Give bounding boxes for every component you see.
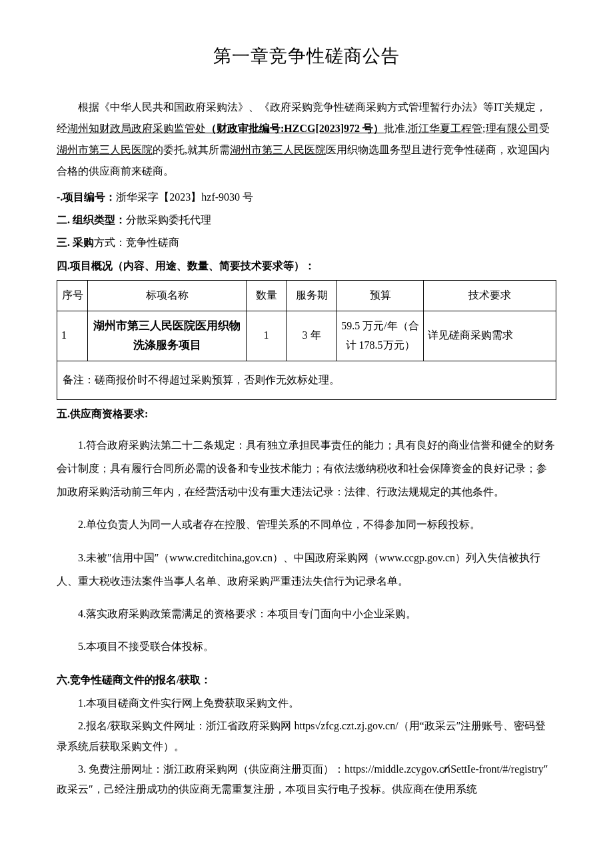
td-note: 备注：磋商报价时不得超过采购预算，否则作无效标处理。 <box>57 361 556 399</box>
section-5-label: 五.供应商资格要求: <box>57 408 148 419</box>
chapter-title: 第一章竞争性磋商公告 <box>57 40 556 73</box>
section-5-item-2: 2.单位负责人为同一人或者存在控股、管理关系的不同单位，不得参加同一标段投标。 <box>57 513 556 536</box>
table-note-row: 备注：磋商报价时不得超过采购预算，否则作无效标处理。 <box>57 361 556 399</box>
intro-text-2: 批准, <box>384 123 408 134</box>
section-3-label: 三. 采购 <box>57 237 94 248</box>
section-3: 三. 采购方式：竞争性磋商 <box>57 233 556 253</box>
th-budget: 预算 <box>337 281 424 311</box>
section-3-value: 方式：竞争性磋商 <box>94 237 179 248</box>
section-5-item-3: 3.未被″信用中国″（www.creditchina,gov.cn）、中国政府采… <box>57 546 556 593</box>
section-5-item-5: 5.本项目不接受联合体投标。 <box>57 635 556 658</box>
th-tech: 技术要求 <box>424 281 556 311</box>
table-header-row: 序号 标项名称 数量 服务期 预算 技术要求 <box>57 281 556 311</box>
td-seq: 1 <box>57 311 88 361</box>
section-4: 四.项目概况（内容、用途、数量、简要技术要求等）： <box>57 256 556 276</box>
td-name: 湖州市第三人民医院医用织物洗涤服务项目 <box>88 311 247 361</box>
td-tech: 详见磋商采购需求 <box>424 311 556 361</box>
section-4-label: 四.项目概况（内容、用途、数量、简要技术要求等）： <box>57 260 315 271</box>
intro-underline-2: 浙江华夏工程管;理有限公司 <box>408 123 538 134</box>
intro-underline-4: 湖州市第三人民医院 <box>230 144 326 155</box>
section-6: 六.竞争性磋商文件的报名/获取： <box>57 670 556 690</box>
section-5-item-1: 1.符合政府采购法第二十二条规定：具有独立承担民事责任的能力；具有良好的商业信誉… <box>57 433 556 504</box>
intro-text-4: 的委托,就其所需 <box>153 144 230 155</box>
section-6-label: 六.竞争性磋商文件的报名/获取： <box>57 674 211 685</box>
section-5: 五.供应商资格要求: <box>57 404 556 424</box>
section-1-value: 浙华采字【2023】hzf-9030 号 <box>116 191 253 203</box>
td-budget: 59.5 万元/年（合计 178.5万元） <box>337 311 424 361</box>
th-name: 标项名称 <box>88 281 247 311</box>
th-seq: 序号 <box>57 281 88 311</box>
intro-text-3: 受 <box>539 123 550 134</box>
section-6-item-1: 1.本项目磋商文件实行网上免费获取采购文件。 <box>57 693 556 713</box>
section-2-value: 分散采购委托代理 <box>126 214 211 225</box>
th-period: 服务期 <box>287 281 337 311</box>
section-6-item-3: 3. 免费注册网址：浙江政府采购网（供应商注册页面）：https://middl… <box>57 759 556 800</box>
section-2: 二. 组织类型：分散采购委托代理 <box>57 210 556 230</box>
section-1: -.项目编号：浙华采字【2023】hzf-9030 号 <box>57 187 556 207</box>
intro-underline-1: 湖州知财政局政府采购监管处 <box>67 123 206 134</box>
section-2-label: 二. 组织类型： <box>57 214 126 225</box>
td-qty: 1 <box>247 311 287 361</box>
intro-approval-number: （财政审批编号:HZCG[2023]972 号） <box>206 123 384 134</box>
intro-paragraph: 根据《中华人民共和国政府采购法》、《政府采购竞争性磋商采购方式管理暂行办法》等I… <box>57 97 556 182</box>
section-1-label: -.项目编号： <box>57 191 116 203</box>
section-6-item-2: 2.报名/获取采购文件网址：浙江省政府采购网 https√zfcg.czt.zj… <box>57 716 556 757</box>
th-qty: 数量 <box>247 281 287 311</box>
intro-underline-3: 湖州市第三人民医院 <box>57 144 153 155</box>
section-5-item-4: 4.落实政府采购政策需满足的资格要求：本项目专门面向中小企业采购。 <box>57 602 556 625</box>
table-row: 1 湖州市第三人民医院医用织物洗涤服务项目 1 3 年 59.5 万元/年（合计… <box>57 311 556 361</box>
td-period: 3 年 <box>287 311 337 361</box>
project-overview-table: 序号 标项名称 数量 服务期 预算 技术要求 1 湖州市第三人民医院医用织物洗涤… <box>57 280 556 399</box>
